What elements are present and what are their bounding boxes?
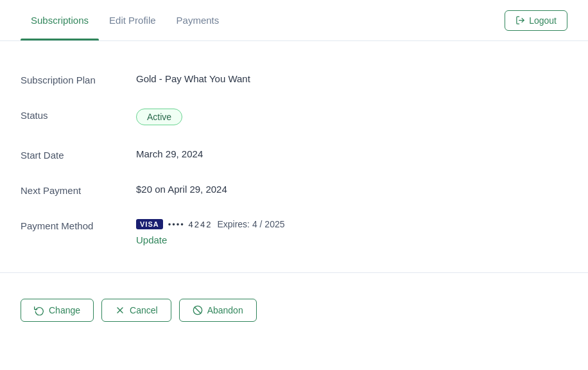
cancel-button[interactable]: Cancel bbox=[101, 299, 171, 322]
nav-tabs: Subscriptions Edit Profile Payments bbox=[21, 0, 229, 40]
abandon-button[interactable]: Abandon bbox=[179, 299, 257, 322]
next-payment-value: $20 on April 29, 2024 bbox=[136, 184, 227, 195]
change-button[interactable]: Change bbox=[21, 299, 94, 322]
nav-tab-payments[interactable]: Payments bbox=[166, 0, 230, 40]
logout-icon bbox=[515, 15, 525, 25]
svg-line-4 bbox=[195, 307, 200, 313]
payment-method-row: Payment Method VISA •••• 4242 Expires: 4… bbox=[21, 207, 567, 257]
start-date-row: Start Date March 29, 2024 bbox=[21, 137, 567, 172]
action-buttons: Change Cancel Abandon bbox=[0, 288, 588, 342]
divider bbox=[0, 272, 588, 273]
payment-method-value: VISA •••• 4242 Expires: 4 / 2025 Update bbox=[136, 219, 285, 245]
logout-label: Logout bbox=[529, 15, 557, 26]
payment-method-label: Payment Method bbox=[21, 219, 136, 231]
cancel-label: Cancel bbox=[130, 305, 158, 315]
status-label: Status bbox=[21, 109, 136, 121]
nav-tab-edit-profile[interactable]: Edit Profile bbox=[99, 0, 166, 40]
start-date-value: March 29, 2024 bbox=[136, 148, 203, 159]
change-icon bbox=[34, 305, 44, 315]
main-content: Subscription Plan Gold - Pay What You Wa… bbox=[0, 41, 588, 257]
abandon-label: Abandon bbox=[207, 305, 243, 315]
nav-bar: Subscriptions Edit Profile Payments Logo… bbox=[0, 0, 588, 41]
next-payment-row: Next Payment $20 on April 29, 2024 bbox=[21, 172, 567, 207]
subscription-plan-row: Subscription Plan Gold - Pay What You Wa… bbox=[21, 62, 567, 97]
status-row: Status Active bbox=[21, 97, 567, 137]
status-badge: Active bbox=[136, 109, 182, 125]
card-expires: Expires: 4 / 2025 bbox=[217, 219, 284, 229]
nav-tab-subscriptions[interactable]: Subscriptions bbox=[21, 0, 99, 40]
status-value: Active bbox=[136, 109, 182, 125]
subscription-plan-value: Gold - Pay What You Want bbox=[136, 73, 250, 84]
abandon-icon bbox=[193, 305, 203, 315]
next-payment-label: Next Payment bbox=[21, 184, 136, 196]
logout-button[interactable]: Logout bbox=[505, 10, 567, 31]
cancel-icon bbox=[115, 305, 125, 315]
card-info: VISA •••• 4242 Expires: 4 / 2025 bbox=[136, 219, 285, 229]
card-dots: •••• 4242 bbox=[168, 220, 212, 229]
update-link[interactable]: Update bbox=[136, 234, 285, 245]
start-date-label: Start Date bbox=[21, 148, 136, 161]
change-label: Change bbox=[49, 305, 80, 315]
visa-badge: VISA bbox=[136, 219, 163, 229]
subscription-plan-label: Subscription Plan bbox=[21, 73, 136, 85]
